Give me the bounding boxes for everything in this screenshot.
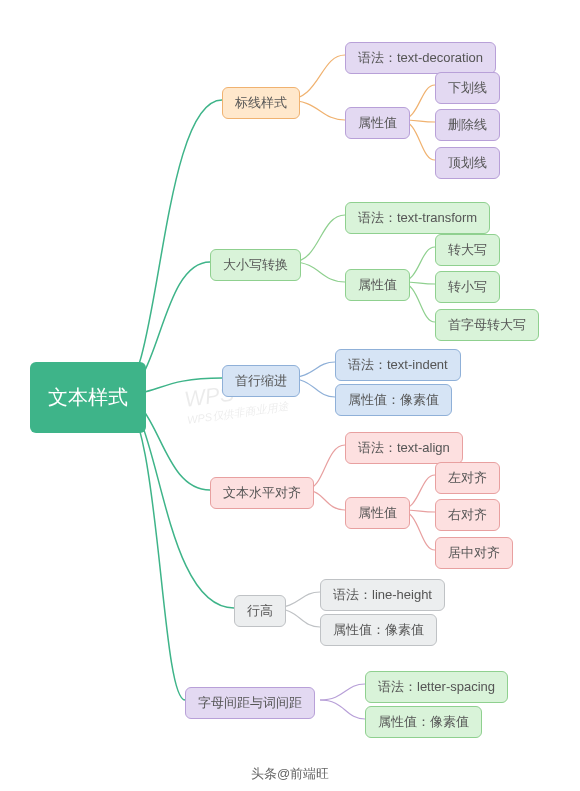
- leaf-node: 语法：letter-spacing: [365, 671, 508, 703]
- leaf-node: 语法：line-height: [320, 579, 445, 611]
- branch-node: 大小写转换: [210, 249, 301, 281]
- leaf-node: 右对齐: [435, 499, 500, 531]
- branch-node: 首行缩进: [222, 365, 300, 397]
- leaf-node: 属性值: [345, 497, 410, 529]
- leaf-node: 语法：text-transform: [345, 202, 490, 234]
- root-node: 文本样式: [30, 362, 146, 433]
- branch-node: 文本水平对齐: [210, 477, 314, 509]
- branch-node: 行高: [234, 595, 286, 627]
- leaf-node: 语法：text-decoration: [345, 42, 496, 74]
- leaf-node: 属性值: [345, 269, 410, 301]
- leaf-node: 居中对齐: [435, 537, 513, 569]
- branch-node: 标线样式: [222, 87, 300, 119]
- leaf-node: 首字母转大写: [435, 309, 539, 341]
- leaf-node: 属性值：像素值: [320, 614, 437, 646]
- leaf-node: 属性值: [345, 107, 410, 139]
- footer-credit: 头条@前端旺: [0, 765, 580, 783]
- watermark-sub: WPS仅供非商业用途: [186, 399, 289, 428]
- leaf-node: 转大写: [435, 234, 500, 266]
- leaf-node: 顶划线: [435, 147, 500, 179]
- leaf-node: 语法：text-indent: [335, 349, 461, 381]
- leaf-node: 转小写: [435, 271, 500, 303]
- leaf-node: 属性值：像素值: [335, 384, 452, 416]
- leaf-node: 左对齐: [435, 462, 500, 494]
- branch-node: 字母间距与词间距: [185, 687, 315, 719]
- leaf-node: 语法：text-align: [345, 432, 463, 464]
- leaf-node: 属性值：像素值: [365, 706, 482, 738]
- leaf-node: 下划线: [435, 72, 500, 104]
- leaf-node: 删除线: [435, 109, 500, 141]
